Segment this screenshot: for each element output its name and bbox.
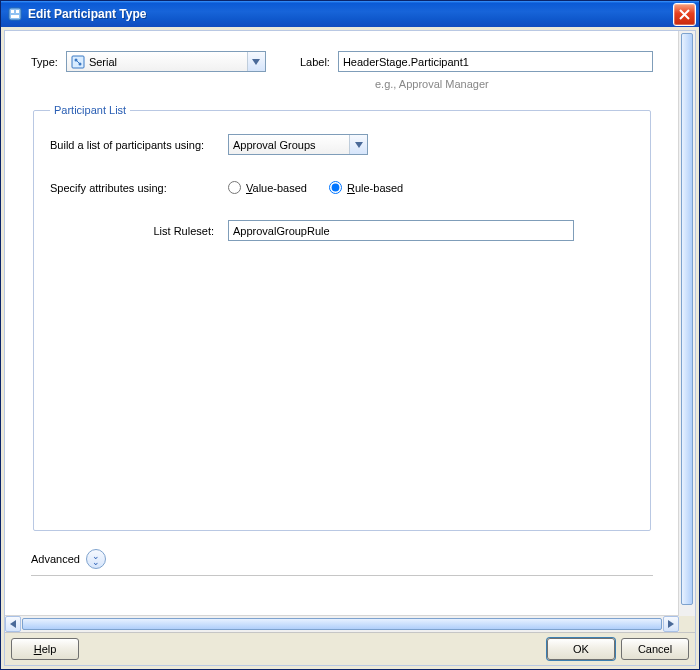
scroll-corner	[679, 616, 695, 632]
build-label: Build a list of participants using:	[50, 139, 214, 151]
value-based-radio[interactable]: Value-based	[228, 181, 307, 194]
ok-button[interactable]: OK	[547, 638, 615, 660]
dropdown-arrow-icon	[247, 52, 265, 71]
chevron-down-icon: ⌄⌄	[92, 553, 100, 565]
value-based-label: Value-based	[246, 182, 307, 194]
rule-based-radio[interactable]: Rule-based	[329, 181, 403, 194]
build-row: Build a list of participants using: Appr…	[50, 134, 634, 155]
advanced-expander[interactable]: ⌄⌄	[86, 549, 106, 569]
serial-icon	[71, 55, 85, 69]
button-bar: Help OK Cancel	[5, 632, 695, 665]
label-hint: e.g., Approval Manager	[375, 78, 653, 90]
scroll-left-button[interactable]	[5, 616, 21, 632]
advanced-separator	[31, 575, 653, 576]
value-based-radio-input[interactable]	[228, 181, 241, 194]
build-value: Approval Groups	[233, 139, 349, 151]
build-combobox[interactable]: Approval Groups	[228, 134, 368, 155]
horizontal-scroll-thumb[interactable]	[22, 618, 662, 630]
advanced-label: Advanced	[31, 553, 80, 565]
horizontal-scrollbar[interactable]	[5, 615, 679, 632]
close-button[interactable]	[673, 3, 696, 26]
vertical-scroll-thumb[interactable]	[681, 33, 693, 605]
dropdown-arrow-icon	[349, 135, 367, 154]
chevron-right-icon	[668, 620, 674, 628]
svg-rect-3	[11, 15, 19, 18]
label-label: Label:	[300, 56, 330, 68]
content: Type: Serial	[5, 31, 679, 616]
attrs-radio-group: Value-based Rule-based	[228, 181, 403, 194]
client-area: Type: Serial	[4, 30, 696, 666]
svg-rect-2	[16, 10, 19, 13]
vertical-scrollbar[interactable]	[678, 31, 695, 616]
participant-list-legend: Participant List	[50, 104, 130, 116]
cancel-button[interactable]: Cancel	[621, 638, 689, 660]
ruleset-input[interactable]	[228, 220, 574, 241]
help-button[interactable]: Help	[11, 638, 79, 660]
svg-rect-1	[11, 10, 14, 13]
type-label: Type:	[31, 56, 58, 68]
attrs-label: Specify attributes using:	[50, 182, 214, 194]
app-icon	[7, 6, 23, 22]
ruleset-row: List Ruleset:	[50, 220, 634, 241]
chevron-left-icon	[10, 620, 16, 628]
scroll-area: Type: Serial	[5, 31, 695, 632]
type-combobox[interactable]: Serial	[66, 51, 266, 72]
top-row: Type: Serial	[31, 51, 653, 72]
scroll-right-button[interactable]	[663, 616, 679, 632]
label-input[interactable]	[338, 51, 653, 72]
titlebar: Edit Participant Type	[1, 1, 699, 27]
type-value: Serial	[89, 56, 247, 68]
svg-rect-0	[9, 8, 21, 20]
participant-list-group: Participant List Build a list of partici…	[33, 104, 651, 531]
rule-based-label: Rule-based	[347, 182, 403, 194]
ruleset-label: List Ruleset:	[50, 225, 214, 237]
rule-based-radio-input[interactable]	[329, 181, 342, 194]
attrs-row: Specify attributes using: Value-based Ru…	[50, 181, 634, 194]
window-title: Edit Participant Type	[28, 7, 673, 21]
advanced-row: Advanced ⌄⌄	[31, 549, 653, 569]
close-icon	[679, 9, 690, 20]
dialog-window: Edit Participant Type Type:	[0, 0, 700, 670]
